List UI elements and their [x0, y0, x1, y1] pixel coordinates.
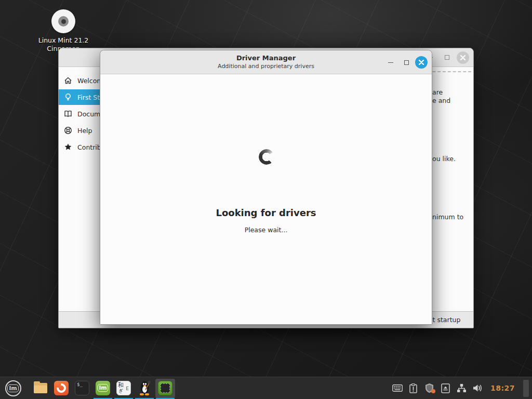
- update-manager-shield-tray-icon[interactable]: [424, 382, 435, 394]
- terminal-launcher[interactable]: $_: [72, 377, 92, 399]
- firefox-launcher[interactable]: [51, 377, 72, 399]
- clock[interactable]: 18:27: [490, 384, 515, 392]
- driver-minimize-button[interactable]: [384, 56, 397, 69]
- welcome-app-window-button[interactable]: lm: [92, 377, 113, 399]
- help-icon: [64, 126, 72, 135]
- report-clipboard-tray-icon[interactable]: [408, 382, 419, 394]
- loading-spinner: [259, 149, 274, 165]
- star-icon: [64, 143, 72, 151]
- close-icon: [460, 55, 466, 60]
- content-fragment: ou like.: [432, 155, 456, 163]
- content-fragment: are: [432, 88, 443, 96]
- driver-manager-window: Driver Manager Additional and proprietar…: [100, 50, 432, 325]
- welcome-close-button[interactable]: [457, 51, 469, 64]
- tux-app-window-button[interactable]: [134, 377, 155, 399]
- taskbar-launchers: $_ lm 和 ぎ E: [30, 377, 176, 399]
- close-icon: [419, 60, 424, 65]
- screenshot-app-window-button[interactable]: [155, 377, 176, 399]
- files-launcher[interactable]: [30, 377, 51, 399]
- content-fragment: e and: [432, 97, 450, 104]
- desktop-icon-linux-mint-iso[interactable]: Linux Mint 21.2 Cinnamon: [30, 9, 97, 54]
- desktop-background: Linux Mint 21.2 Cinnamon Welcome First S…: [0, 0, 532, 399]
- show-desktop-button[interactable]: [523, 380, 529, 397]
- welcome-maximize-button[interactable]: [440, 51, 454, 64]
- mint-welcome-icon: lm: [96, 381, 110, 395]
- disc-icon: [51, 9, 75, 33]
- lightbulb-icon: [64, 93, 72, 101]
- folder-icon: [33, 381, 48, 395]
- taskbar-panel: lm $_ lm 和: [0, 377, 532, 399]
- home-icon: [64, 76, 72, 85]
- updates-available-badge: [431, 389, 435, 393]
- book-icon: [64, 110, 72, 118]
- driver-maximize-button[interactable]: [400, 56, 413, 69]
- removable-media-tray-icon[interactable]: [440, 382, 451, 394]
- driver-close-button[interactable]: [415, 56, 428, 69]
- screenshot-tool-icon: [158, 381, 172, 395]
- status-message: Please wait...: [100, 226, 432, 234]
- status-heading: Looking for drivers: [100, 207, 432, 218]
- language-input-icon: 和 ぎ E: [116, 381, 131, 395]
- firefox-icon: [54, 381, 69, 395]
- volume-tray-icon[interactable]: [472, 382, 484, 394]
- tux-penguin-icon: [137, 381, 152, 395]
- mint-logo-icon: lm: [5, 380, 21, 396]
- keyboard-layout-tray-icon[interactable]: [392, 382, 403, 394]
- terminal-icon: $_: [75, 381, 89, 395]
- system-tray: 18:27: [392, 377, 532, 399]
- mint-menu-button[interactable]: lm: [0, 377, 26, 399]
- content-fragment: nimum to: [432, 213, 463, 221]
- driver-manager-titlebar[interactable]: Driver Manager Additional and proprietar…: [100, 50, 432, 74]
- window-title: Driver Manager: [100, 54, 432, 62]
- driver-manager-content: Looking for drivers Please wait...: [100, 75, 432, 324]
- network-tray-icon[interactable]: [456, 382, 468, 394]
- input-language-window-button[interactable]: 和 ぎ E: [113, 377, 134, 399]
- window-subtitle: Additional and proprietary drivers: [100, 63, 432, 70]
